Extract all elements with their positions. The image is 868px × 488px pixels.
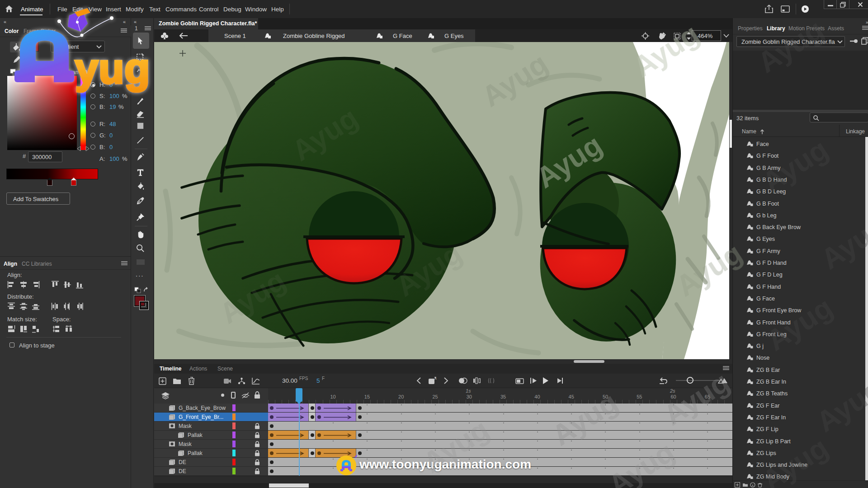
svg-text:A: A xyxy=(434,377,437,380)
